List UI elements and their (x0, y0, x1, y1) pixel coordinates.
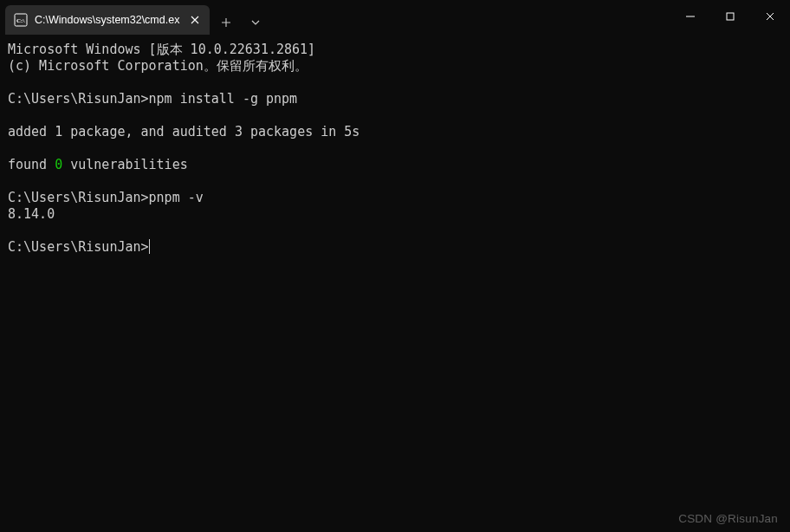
vuln-count: 0 (55, 157, 62, 172)
tab-actions (211, 8, 270, 37)
new-tab-button[interactable] (211, 8, 241, 37)
terminal-line (8, 223, 782, 239)
terminal-line: Microsoft Windows [版本 10.0.22631.2861] (8, 42, 782, 58)
terminal-line: C:\Users\RisunJan>npm install -g pnpm (8, 91, 782, 107)
command-text: pnpm -v (149, 190, 204, 205)
window-controls (670, 0, 790, 33)
terminal-line: 8.14.0 (8, 206, 782, 223)
active-tab[interactable]: C:\ C:\Windows\system32\cmd.ex (5, 5, 210, 35)
close-window-button[interactable] (750, 0, 790, 33)
cursor (149, 239, 150, 254)
watermark: CSDN @RisunJan (678, 512, 778, 525)
terminal-line (8, 75, 782, 91)
maximize-button[interactable] (710, 0, 750, 33)
tab-close-button[interactable] (187, 12, 203, 28)
svg-text:C:\: C:\ (16, 17, 25, 24)
terminal-line (8, 173, 782, 190)
minimize-button[interactable] (670, 0, 710, 33)
titlebar: C:\ C:\Windows\system32\cmd.ex (0, 0, 790, 35)
terminal-line (8, 140, 782, 157)
terminal-line: (c) Microsoft Corporation。保留所有权利。 (8, 58, 782, 75)
cmd-icon: C:\ (14, 13, 28, 27)
terminal-output[interactable]: Microsoft Windows [版本 10.0.22631.2861](c… (0, 35, 790, 532)
tab-dropdown-button[interactable] (241, 8, 270, 37)
terminal-line: C:\Users\RisunJan> (8, 239, 782, 256)
terminal-line (8, 107, 782, 124)
prompt: C:\Users\RisunJan> (8, 91, 149, 107)
svg-rect-2 (727, 13, 734, 20)
command-text: npm install -g pnpm (149, 91, 298, 107)
tab-strip: C:\ C:\Windows\system32\cmd.ex (0, 0, 270, 35)
tab-title: C:\Windows\system32\cmd.ex (35, 14, 180, 26)
terminal-line: added 1 package, and audited 3 packages … (8, 124, 782, 140)
prompt: C:\Users\RisunJan> (8, 239, 149, 255)
terminal-line: C:\Users\RisunJan>pnpm -v (8, 190, 782, 206)
prompt: C:\Users\RisunJan> (8, 190, 149, 205)
terminal-line: found 0 vulnerabilities (8, 157, 782, 173)
